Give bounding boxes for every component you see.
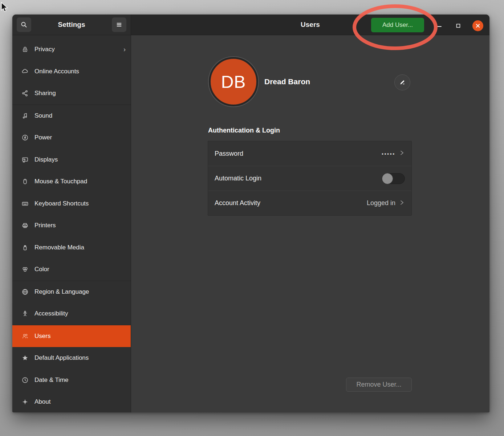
sidebar-item-label: Sharing — [34, 90, 126, 97]
sidebar-header: Settings — [12, 15, 131, 35]
maximize-button[interactable] — [454, 21, 463, 30]
settings-title: Settings — [58, 21, 85, 29]
page-title: Users — [301, 21, 320, 29]
globe-icon — [21, 288, 29, 296]
sidebar-item-sharing[interactable]: Sharing — [12, 82, 131, 105]
titlebar: Settings Users Add User... — [12, 15, 489, 35]
auth-login-card: Password ••••• Automatic Login Account A… — [208, 141, 412, 216]
power-icon — [21, 134, 29, 142]
sidebar-item-label: Removable Media — [34, 244, 126, 251]
chevron-right-icon — [399, 199, 405, 207]
pencil-icon — [399, 79, 406, 86]
sidebar-item-privacy[interactable]: Privacy › — [12, 38, 131, 61]
sidebar-item-displays[interactable]: Displays — [12, 149, 131, 171]
sidebar-item-keyboard-shortcuts[interactable]: Keyboard Shortcuts — [12, 193, 131, 215]
share-icon — [21, 89, 29, 97]
sidebar-item-users[interactable]: Users — [12, 325, 131, 347]
sidebar-item-label: Online Accounts — [34, 68, 126, 75]
account-activity-value: Logged in — [367, 199, 395, 207]
sidebar-item-mouse-touchpad[interactable]: Mouse & Touchpad — [12, 171, 131, 193]
section-title: Authentication & Login — [208, 127, 280, 134]
close-icon — [475, 23, 480, 28]
sidebar-item-label: Region & Language — [34, 288, 126, 296]
sidebar-item-label: Color — [34, 266, 126, 273]
maximize-icon — [456, 23, 461, 28]
close-button[interactable] — [472, 20, 483, 31]
user-name: Dread Baron — [264, 77, 310, 86]
sidebar-item-removable-media[interactable]: Removable Media — [12, 237, 131, 259]
account-activity-label: Account Activity — [215, 199, 363, 207]
sidebar-item-label: Printers — [34, 222, 126, 229]
users-icon — [21, 332, 29, 340]
chevron-right-icon: › — [123, 46, 126, 53]
search-button[interactable] — [17, 17, 31, 32]
lock-icon — [21, 45, 29, 53]
sidebar-item-label: About — [34, 398, 126, 406]
sidebar-item-label: Date & Time — [34, 376, 126, 384]
edit-user-button[interactable] — [394, 74, 410, 90]
star-icon — [21, 354, 29, 362]
chevron-right-icon — [399, 150, 405, 158]
password-value: ••••• — [382, 151, 395, 156]
sidebar-item-label: Mouse & Touchpad — [34, 178, 126, 185]
sidebar-item-label: Default Applications — [34, 354, 126, 362]
toggle-knob — [382, 173, 393, 184]
keyboard-icon — [21, 200, 29, 208]
automatic-login-toggle[interactable] — [382, 173, 405, 184]
sidebar-item-label: Accessibility — [34, 310, 126, 317]
minimize-icon — [437, 23, 442, 28]
avatar: DB — [209, 57, 258, 106]
sidebar-item-sound[interactable]: Sound — [12, 105, 131, 127]
avatar-initials: DB — [221, 72, 246, 92]
sidebar-item-about[interactable]: About — [12, 391, 131, 412]
sidebar: Privacy › Online Accounts Sharing Sound … — [12, 35, 131, 412]
color-circles-icon — [21, 265, 29, 273]
add-user-button[interactable]: Add User... — [371, 18, 424, 32]
accessibility-icon — [21, 310, 29, 318]
mouse-icon — [21, 178, 29, 186]
sidebar-item-color[interactable]: Color — [12, 258, 131, 281]
sidebar-item-online-accounts[interactable]: Online Accounts — [12, 61, 131, 83]
settings-window: Settings Users Add User... — [12, 15, 489, 412]
users-panel: DB Dread Baron Authentication & Login Pa… — [131, 35, 489, 412]
menu-button[interactable] — [112, 17, 126, 32]
sidebar-item-printers[interactable]: Printers — [12, 215, 131, 237]
sidebar-item-region-language[interactable]: Region & Language — [12, 281, 131, 303]
sidebar-item-date-time[interactable]: Date & Time — [12, 369, 131, 391]
sidebar-item-accessibility[interactable]: Accessibility — [12, 303, 131, 325]
cloud-icon — [21, 68, 29, 76]
display-icon — [21, 156, 29, 164]
sidebar-item-label: Users — [34, 333, 126, 340]
automatic-login-label: Automatic Login — [215, 175, 378, 182]
music-note-icon — [21, 112, 29, 120]
sidebar-item-label: Displays — [34, 156, 126, 163]
hamburger-icon — [115, 21, 123, 28]
sidebar-item-power[interactable]: Power — [12, 127, 131, 149]
search-icon — [20, 21, 28, 28]
automatic-login-row: Automatic Login — [208, 166, 411, 191]
remove-user-button[interactable]: Remove User... — [346, 378, 412, 392]
sidebar-item-label: Sound — [34, 112, 126, 119]
mouse-cursor — [1, 2, 10, 13]
password-label: Password — [215, 150, 378, 158]
usb-drive-icon — [21, 244, 29, 252]
printer-icon — [21, 221, 29, 229]
sidebar-item-default-applications[interactable]: Default Applications — [12, 347, 131, 369]
sparkle-icon — [21, 398, 29, 406]
clock-icon — [21, 376, 29, 384]
account-activity-row[interactable]: Account Activity Logged in — [208, 191, 411, 215]
minimize-button[interactable] — [435, 21, 444, 30]
sidebar-item-label: Power — [34, 134, 126, 141]
sidebar-item-label: Privacy — [34, 46, 118, 53]
sidebar-item-label: Keyboard Shortcuts — [34, 200, 126, 207]
content-header: Users Add User... — [131, 15, 489, 35]
password-row[interactable]: Password ••••• — [208, 141, 411, 166]
